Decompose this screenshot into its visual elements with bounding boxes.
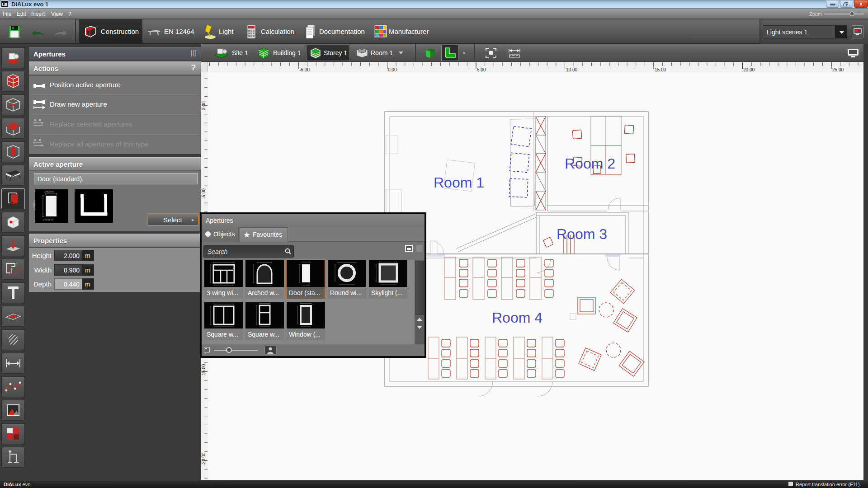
svg-text:0.00: 0.00 [388,67,397,72]
svg-text:5.00: 5.00 [477,67,486,72]
svg-text:15.00: 15.00 [655,67,666,72]
svg-text:Room 2: Room 2 [565,155,615,172]
svg-text:20.00: 20.00 [743,67,755,72]
svg-text:-5.00: -5.00 [201,188,206,199]
svg-text:Room 3: Room 3 [557,226,607,242]
svg-text:-5.00: -5.00 [299,67,310,72]
svg-text:-20.00: -20.00 [201,452,206,465]
svg-text:0.00: 0.00 [201,101,206,110]
svg-text:Room 1: Room 1 [434,174,484,191]
svg-text:10.00: 10.00 [566,67,577,72]
svg-text:25.00: 25.00 [832,67,844,72]
svg-text:Room 4: Room 4 [492,310,542,326]
svg-text:-15.00: -15.00 [201,364,206,377]
